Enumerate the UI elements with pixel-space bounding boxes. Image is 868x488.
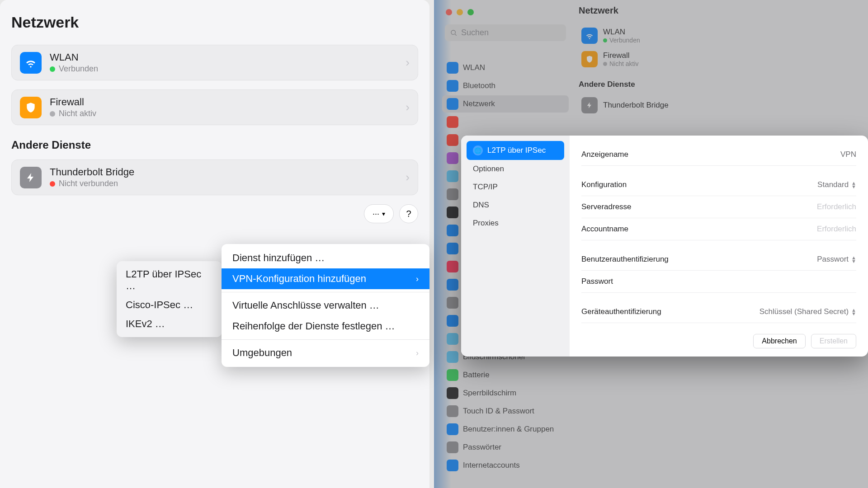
status-dot [50,111,55,117]
sidebar-icon [447,225,458,236]
sidebar-icon [447,423,458,435]
service-status: Nicht aktiv [50,109,406,118]
help-button[interactable]: ? [399,204,418,223]
sidebar-icon [447,98,458,110]
create-button[interactable]: Erstellen [811,334,856,348]
zoom-window-icon[interactable] [467,9,474,15]
close-window-icon[interactable] [446,9,452,15]
sidebar-icon [447,261,458,272]
status-dot [50,181,55,187]
row-user-auth[interactable]: Benutzerauthentifizierung Passwort▲▼ [581,249,856,271]
chevron-down-icon: ▾ [382,210,385,217]
sidebar-item[interactable]: Sperrbildschirm [442,385,569,402]
action-row: ···▾ ? [11,204,418,223]
rp-service-thunderbolt[interactable]: Thunderbolt Bridge [579,94,863,117]
sheet-footer: Abbrechen Erstellen [581,334,856,348]
vpn-tab-proxies[interactable]: Proxies [467,214,564,232]
menu-item-service-order[interactable]: Reihenfolge der Dienste festlegen … [222,316,429,337]
vpn-tab-options[interactable]: Optionen [467,160,564,178]
sidebar-icon [447,134,458,146]
sidebar-item[interactable]: Passwörter [442,439,569,456]
select-arrows-icon: ▲▼ [851,181,856,188]
search-input[interactable]: Suchen [445,24,566,41]
status-dot [50,66,55,72]
rp-service-wlan[interactable]: WLAN Verbunden [579,24,863,47]
cancel-button[interactable]: Abbrechen [753,334,805,348]
sidebar-icon [447,279,458,291]
service-thunderbolt[interactable]: Thunderbolt Bridge Nicht verbunden › [11,160,418,195]
vpn-tab-dns[interactable]: DNS [467,196,564,214]
submenu-item-l2tp[interactable]: L2TP über IPSec … [117,265,222,296]
sidebar-icon [447,62,458,74]
wifi-icon [20,52,42,74]
page-title: Netzwerk [11,14,418,31]
sidebar-item[interactable]: Benutzer:innen & Gruppen [442,421,569,438]
sidebar-icon [447,170,458,182]
service-firewall[interactable]: Firewall Nicht aktiv › [11,89,418,125]
menu-item-add-vpn[interactable]: VPN-Konfiguration hinzufügen› [222,268,429,289]
more-actions-button[interactable]: ···▾ [364,204,394,223]
sidebar-item[interactable]: Bluetooth [442,77,569,94]
row-password[interactable]: Passwort [581,271,856,293]
vpn-tab-tcpip[interactable]: TCP/IP [467,178,564,196]
select-arrows-icon: ▲▼ [851,256,856,263]
service-wlan[interactable]: WLAN Verbunden › [11,45,418,80]
rp-section-other: Andere Dienste [579,80,863,89]
sidebar-item[interactable]: Batterie [442,366,569,384]
chevron-right-icon: › [406,56,410,70]
sidebar-icon [447,80,458,92]
sidebar-item[interactable]: Netzwerk [442,95,569,113]
menu-item-add-service[interactable]: Dienst hinzufügen … [222,248,429,268]
sidebar-icon [447,333,458,345]
service-status: Verbunden [50,64,406,74]
service-name: Thunderbolt Bridge [50,166,406,178]
vpn-config-sheet: 🌐L2TP über IPSec Optionen TCP/IP DNS Pro… [461,136,868,357]
menu-item-environments[interactable]: Umgebungen› [222,343,429,363]
sidebar-icon [447,460,458,471]
globe-icon: 🌐 [473,145,483,155]
sidebar-icon [447,315,458,327]
shield-icon [20,97,42,118]
sidebar-icon [447,369,458,381]
row-server-address[interactable]: Serveradresse Erforderlich [581,196,856,218]
sidebar-icon [447,116,458,128]
menu-separator [222,339,429,340]
service-name: WLAN [50,52,406,63]
sidebar-icon [447,206,458,218]
window-controls [442,7,569,24]
shield-icon [581,51,598,67]
select-arrows-icon: ▲▼ [851,308,856,315]
row-configuration[interactable]: Konfiguration Standard▲▼ [581,174,856,196]
sidebar-icon [447,188,458,200]
section-header-other: Andere Dienste [11,139,418,151]
chevron-right-icon: › [416,348,419,358]
wifi-icon [581,28,598,44]
sidebar-item[interactable]: WLAN [442,59,569,76]
more-actions-menu: Dienst hinzufügen … VPN-Konfiguration hi… [222,244,429,367]
menu-item-virtual-ports[interactable]: Virtuelle Anschlüsse verwalten … [222,295,429,316]
sidebar-item[interactable]: Internetaccounts [442,457,569,474]
sidebar-item[interactable] [442,113,569,131]
sidebar-icon [447,405,458,417]
service-text: WLAN Verbunden [50,52,406,74]
submenu-item-ikev2[interactable]: IKEv2 … [117,314,222,333]
thunderbolt-icon [20,167,42,188]
chevron-right-icon: › [416,274,419,284]
settings-content: Netzwerk WLAN Verbunden Firewall Nicht a… [579,5,863,117]
sidebar-icon [447,243,458,254]
row-account-name[interactable]: Accountname Erforderlich [581,218,856,240]
vpn-type-submenu: L2TP über IPSec … Cisco-IPSec … IKEv2 … [117,261,222,337]
rp-service-firewall[interactable]: Firewall Nicht aktiv [579,47,863,71]
minimize-window-icon[interactable] [457,9,463,15]
vpn-tab-l2tp[interactable]: 🌐L2TP über IPSec [467,141,564,160]
service-text: Firewall Nicht aktiv [50,96,406,118]
row-device-auth[interactable]: Geräteauthentifizierung Schlüssel (Share… [581,301,856,323]
row-display-name[interactable]: Anzeigename VPN [581,144,856,166]
search-icon [450,29,458,37]
chevron-right-icon: › [406,170,410,184]
sidebar-icon [447,441,458,453]
sidebar-icon [447,297,458,309]
submenu-item-cisco[interactable]: Cisco-IPSec … [117,296,222,314]
sidebar-item[interactable]: Touch ID & Passwort [442,403,569,420]
sidebar-icon [447,351,458,363]
